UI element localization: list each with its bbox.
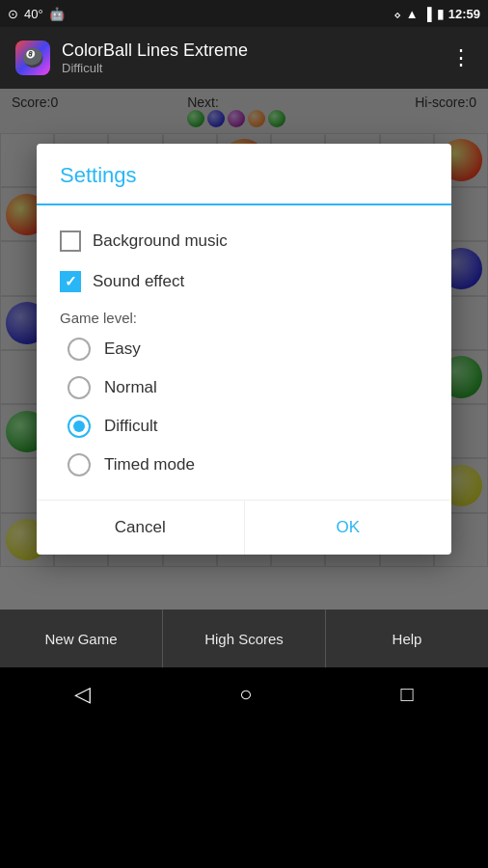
high-scores-button[interactable]: High Scores (163, 610, 326, 667)
android-icon: 🤖 (49, 7, 65, 21)
clock: 12:59 (448, 7, 480, 21)
wifi-icon: ▲ (406, 7, 419, 21)
app-title: ColorBall Lines Extreme (62, 41, 248, 61)
recents-icon[interactable]: □ (401, 682, 414, 707)
level-timed-row[interactable]: Timed mode (60, 446, 428, 484)
level-easy-label: Easy (104, 339, 141, 359)
game-area: Score:0 Next: Hi-score:0 Settings Backgr… (0, 89, 488, 610)
sound-effect-label: Sound effect (93, 272, 184, 291)
level-normal-radio[interactable] (68, 376, 91, 399)
home-icon[interactable]: ○ (239, 682, 252, 707)
back-icon[interactable]: ◁ (74, 682, 91, 707)
sound-effect-row[interactable]: Sound effect (60, 261, 428, 302)
app-title-block: ColorBall Lines Extreme Difficult (62, 41, 248, 75)
status-right-icons: ⬦ ▲ ▐ ▮ 12:59 (393, 7, 480, 21)
level-timed-radio[interactable] (68, 453, 91, 476)
app-notification-icon: ⊙ (8, 7, 18, 21)
bluetooth-icon: ⬦ (393, 7, 401, 21)
status-bar: ⊙ 40° 🤖 ⬦ ▲ ▐ ▮ 12:59 (0, 0, 488, 27)
level-easy-radio[interactable] (68, 338, 91, 361)
level-difficult-label: Difficult (104, 417, 157, 436)
level-timed-label: Timed mode (104, 455, 195, 475)
dialog-title: Settings (37, 144, 451, 205)
app-bar: 🎱 ColorBall Lines Extreme Difficult ⋮ (0, 27, 488, 89)
battery-icon: ▮ (437, 7, 444, 21)
level-normal-row[interactable]: Normal (60, 368, 428, 407)
status-left-icons: ⊙ 40° 🤖 (8, 7, 65, 21)
settings-dialog: Settings Background music Sound effect G… (37, 144, 451, 555)
app-bar-left: 🎱 ColorBall Lines Extreme Difficult (15, 41, 248, 75)
signal-icon: ▐ (423, 7, 432, 21)
dialog-overlay: Settings Background music Sound effect G… (0, 89, 488, 610)
app-subtitle: Difficult (62, 61, 248, 75)
temperature-icon: 40° (24, 7, 43, 21)
ok-button[interactable]: OK (244, 501, 452, 555)
background-music-row[interactable]: Background music (60, 221, 428, 261)
help-button[interactable]: Help (326, 610, 488, 667)
app-icon: 🎱 (15, 41, 50, 75)
android-nav-bar: ◁ ○ □ (0, 667, 488, 721)
bottom-nav: New Game High Scores Help (0, 610, 488, 667)
background-music-checkbox[interactable] (60, 231, 81, 252)
level-difficult-row[interactable]: Difficult (60, 407, 428, 446)
level-difficult-radio[interactable] (68, 415, 91, 438)
level-easy-row[interactable]: Easy (60, 330, 428, 368)
new-game-button[interactable]: New Game (0, 610, 163, 667)
sound-effect-checkbox[interactable] (60, 271, 81, 292)
overflow-menu-icon[interactable]: ⋮ (450, 45, 473, 70)
dialog-actions: Cancel OK (37, 500, 451, 555)
game-level-label: Game level: (60, 310, 428, 326)
cancel-button[interactable]: Cancel (37, 501, 244, 555)
level-normal-label: Normal (104, 378, 157, 397)
dialog-content: Background music Sound effect Game level… (37, 205, 451, 492)
background-music-label: Background music (93, 231, 228, 251)
